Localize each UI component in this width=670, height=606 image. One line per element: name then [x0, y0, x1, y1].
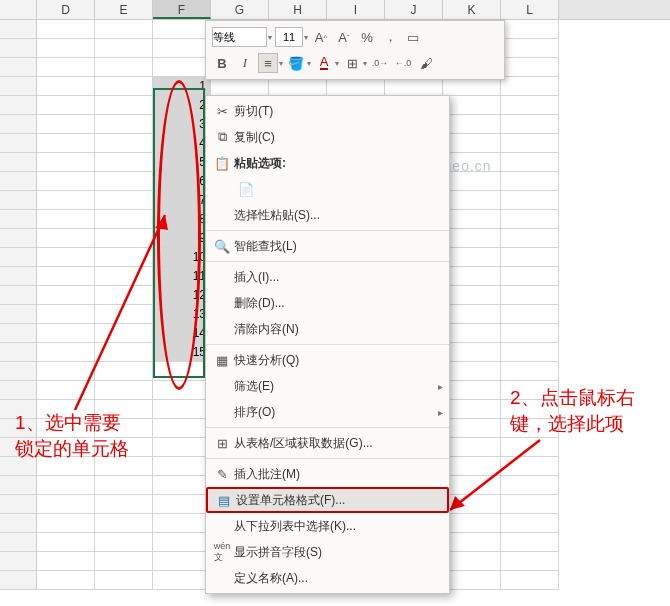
menu-smart-lookup[interactable]: 🔍智能查找(L) [206, 233, 449, 259]
cell[interactable]: 9 [153, 229, 211, 248]
format-icon[interactable]: ▭ [403, 27, 423, 47]
cell[interactable] [37, 96, 95, 115]
cell[interactable] [443, 552, 501, 571]
cell[interactable] [95, 552, 153, 571]
cell[interactable] [443, 229, 501, 248]
cell[interactable] [153, 39, 211, 58]
cell[interactable]: 2 [153, 96, 211, 115]
cell[interactable]: 14 [153, 324, 211, 343]
cell[interactable] [153, 400, 211, 419]
cell[interactable] [443, 362, 501, 381]
cell[interactable] [501, 305, 559, 324]
cell[interactable]: 10 [153, 248, 211, 267]
cell[interactable] [153, 419, 211, 438]
col-header-F[interactable]: F [153, 0, 211, 19]
cell[interactable] [501, 343, 559, 362]
cell[interactable]: 15 [153, 343, 211, 362]
cell[interactable]: 12 [153, 286, 211, 305]
cell[interactable] [95, 533, 153, 552]
cell[interactable] [95, 248, 153, 267]
cell[interactable] [501, 58, 559, 77]
cell[interactable] [443, 134, 501, 153]
menu-from-table[interactable]: ⊞从表格/区域获取数据(G)... [206, 430, 449, 456]
cell[interactable] [37, 324, 95, 343]
cell[interactable] [37, 533, 95, 552]
cell[interactable] [153, 362, 211, 381]
menu-show-pinyin[interactable]: wén文显示拼音字段(S) [206, 539, 449, 565]
col-header-G[interactable]: G [211, 0, 269, 19]
menu-delete[interactable]: 删除(D)... [206, 290, 449, 316]
cell[interactable] [37, 210, 95, 229]
cell[interactable] [153, 457, 211, 476]
cell[interactable] [443, 514, 501, 533]
cell[interactable] [443, 495, 501, 514]
cell[interactable] [153, 20, 211, 39]
cell[interactable] [153, 495, 211, 514]
cell[interactable] [501, 229, 559, 248]
cell[interactable] [501, 533, 559, 552]
cell[interactable] [37, 343, 95, 362]
cell[interactable] [37, 248, 95, 267]
cell[interactable] [501, 438, 559, 457]
cell[interactable] [95, 571, 153, 590]
cell[interactable] [37, 39, 95, 58]
cell[interactable] [443, 438, 501, 457]
menu-define-name[interactable]: 定义名称(A)... [206, 565, 449, 591]
cell[interactable]: 7 [153, 191, 211, 210]
cell[interactable]: 4 [153, 134, 211, 153]
cell[interactable] [501, 286, 559, 305]
cell[interactable] [95, 210, 153, 229]
col-header-K[interactable]: K [443, 0, 501, 19]
menu-clear[interactable]: 清除内容(N) [206, 316, 449, 342]
cell[interactable] [443, 381, 501, 400]
cell[interactable] [95, 39, 153, 58]
col-header-E[interactable]: E [95, 0, 153, 19]
cell[interactable] [95, 324, 153, 343]
cell[interactable] [95, 495, 153, 514]
cell[interactable] [443, 210, 501, 229]
cell[interactable] [443, 476, 501, 495]
cell[interactable] [501, 77, 559, 96]
cell[interactable] [95, 96, 153, 115]
cell[interactable]: 5 [153, 153, 211, 172]
cell[interactable] [95, 305, 153, 324]
menu-paste-default[interactable]: 📄 [206, 176, 449, 202]
cell[interactable] [37, 571, 95, 590]
cell[interactable] [443, 457, 501, 476]
cell[interactable] [95, 286, 153, 305]
cell[interactable] [37, 286, 95, 305]
cell[interactable] [153, 438, 211, 457]
cell[interactable] [501, 476, 559, 495]
cell[interactable] [37, 267, 95, 286]
cell[interactable] [95, 134, 153, 153]
cell[interactable] [443, 286, 501, 305]
menu-format-cells[interactable]: ▤设置单元格格式(F)... [206, 487, 449, 513]
cell[interactable]: 6 [153, 172, 211, 191]
cell[interactable] [443, 571, 501, 590]
cell[interactable] [37, 362, 95, 381]
cell[interactable] [37, 495, 95, 514]
cell[interactable] [95, 229, 153, 248]
decimal-inc-icon[interactable]: .0→ [370, 53, 390, 73]
align-icon[interactable]: ≡ [258, 53, 278, 73]
cell[interactable] [501, 324, 559, 343]
cell[interactable] [153, 58, 211, 77]
cell[interactable] [37, 476, 95, 495]
cell[interactable] [95, 153, 153, 172]
cell[interactable] [95, 115, 153, 134]
font-select[interactable] [212, 27, 267, 47]
cell[interactable] [501, 552, 559, 571]
cell[interactable] [443, 419, 501, 438]
cell[interactable] [37, 153, 95, 172]
menu-quick-analysis[interactable]: ▦快速分析(Q) [206, 347, 449, 373]
cell[interactable] [95, 267, 153, 286]
cell[interactable]: 13 [153, 305, 211, 324]
cell[interactable] [443, 115, 501, 134]
cell[interactable] [443, 343, 501, 362]
col-header-I[interactable]: I [327, 0, 385, 19]
menu-paste-options[interactable]: 📋粘贴选项: [206, 150, 449, 176]
format-painter-icon[interactable]: 🖌 [416, 53, 436, 73]
cell[interactable] [153, 571, 211, 590]
cell[interactable] [501, 115, 559, 134]
decimal-dec-icon[interactable]: ←.0 [393, 53, 413, 73]
